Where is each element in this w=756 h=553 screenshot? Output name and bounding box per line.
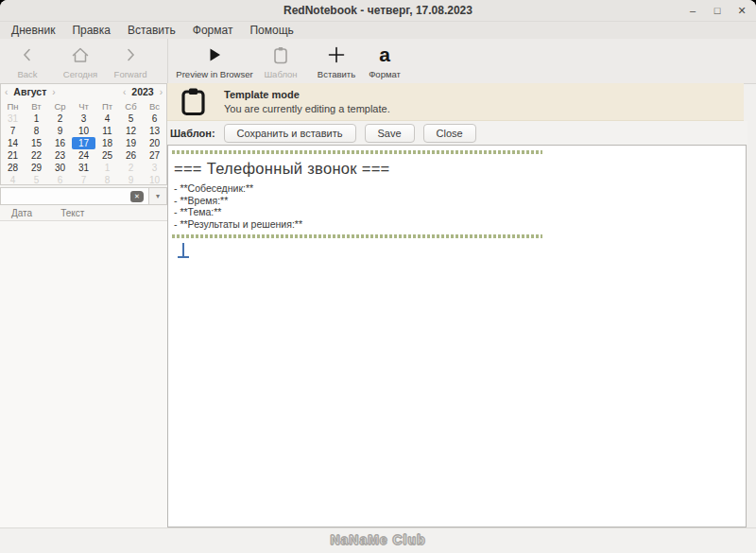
calendar-day[interactable]: 5 [25, 174, 48, 186]
calendar-day[interactable]: 9 [119, 174, 143, 186]
calendar-day[interactable]: 31 [72, 162, 95, 174]
play-icon [163, 43, 266, 66]
calendar-day[interactable]: 9 [48, 125, 72, 137]
template-line: - **Время:** [174, 195, 746, 207]
calendar-day[interactable]: 11 [95, 125, 119, 137]
template-heading: === Телефонный звонок === [174, 160, 746, 178]
calendar-day[interactable]: 2 [48, 112, 72, 125]
calendar-day[interactable]: 29 [25, 162, 48, 174]
calendar-day[interactable]: 8 [95, 174, 119, 186]
column-header-date[interactable]: Дата [11, 208, 32, 218]
calendar-day[interactable]: 21 [1, 149, 25, 162]
preview-label: Preview in Browser [163, 69, 266, 79]
forward-label: Forward [104, 69, 157, 79]
next-month-icon[interactable]: › [48, 87, 59, 97]
search-input[interactable] [1, 191, 130, 202]
calendar-day[interactable]: 14 [1, 137, 25, 149]
window-title: RedNotebook - четверг, 17.08.2023 [0, 0, 756, 21]
calendar-day[interactable]: 15 [25, 137, 48, 149]
calendar-day[interactable]: 20 [143, 137, 166, 149]
template-line: - **Собеседник:** [174, 182, 746, 195]
next-year-icon[interactable]: › [156, 87, 166, 97]
template-editor[interactable]: === Телефонный звонок === - **Собеседник… [167, 145, 747, 527]
clipboard-icon [180, 87, 206, 116]
day-name: Сб [119, 101, 143, 112]
template-line: - **Тема:** [174, 206, 746, 218]
template-line: - **Результаты и решения:** [174, 218, 746, 231]
letter-a-icon: a [356, 43, 413, 66]
menu-edit[interactable]: Правка [63, 22, 119, 39]
clear-search-icon[interactable]: ✕ [130, 191, 144, 202]
calendar-day[interactable]: 16 [48, 137, 72, 149]
calendar-day[interactable]: 2 [119, 162, 143, 174]
calendar-day[interactable]: 8 [25, 125, 48, 137]
template-toolbar: Шаблон: Сохранить и вставить Save Close [167, 121, 747, 145]
prev-year-icon[interactable]: ‹ [119, 87, 129, 97]
search-dropdown-button[interactable]: ▾ [148, 188, 166, 204]
calendar-day[interactable]: 22 [25, 149, 48, 162]
format-button[interactable]: a Формат [356, 43, 413, 79]
preview-in-browser-button[interactable]: Preview in Browser [163, 43, 266, 79]
calendar-day[interactable]: 3 [143, 162, 166, 174]
day-name: Пт [95, 101, 119, 112]
menu-format[interactable]: Формат [184, 22, 242, 39]
calendar-day[interactable]: 28 [1, 162, 25, 174]
forward-button[interactable]: Forward [104, 43, 157, 79]
close-button[interactable]: Close [423, 124, 476, 143]
calendar-day[interactable]: 10 [143, 174, 166, 186]
calendar-day[interactable]: 6 [143, 112, 166, 125]
calendar-day[interactable]: 24 [72, 149, 95, 162]
calendar-day[interactable]: 18 [95, 137, 119, 149]
calendar-day[interactable]: 12 [119, 125, 143, 137]
calendar-day[interactable]: 25 [95, 149, 119, 162]
calendar-day[interactable]: 5 [119, 112, 143, 125]
calendar-day[interactable]: 7 [72, 174, 95, 186]
separator-line [172, 234, 542, 238]
menu-help[interactable]: Помощь [241, 22, 301, 39]
menu-journal[interactable]: Дневник [3, 22, 63, 39]
banner-title: Template mode [224, 89, 390, 100]
calendar-year-label: 2023 [131, 86, 153, 97]
close-icon[interactable]: ✕ [730, 5, 754, 17]
calendar-day[interactable]: 31 [1, 112, 25, 125]
bottom-bar: NaNaMe Club [0, 527, 756, 553]
banner-subtitle: You are currently editing a template. [224, 103, 390, 114]
calendar-day[interactable]: 6 [48, 174, 72, 186]
calendar-day[interactable]: 10 [72, 125, 95, 137]
template-button[interactable]: Шаблон [252, 43, 309, 79]
left-panel: ‹ Август › ‹ 2023 › Пн Вт Ср Чт Пт Сб Вс… [0, 83, 167, 527]
calendar-day[interactable]: 19 [119, 137, 143, 149]
day-name: Ср [48, 101, 72, 112]
calendar-day[interactable]: 1 [25, 112, 48, 125]
minimize-icon[interactable]: – [680, 5, 705, 16]
day-name: Вс [143, 101, 166, 112]
calendar-day-selected[interactable]: 17 [72, 137, 95, 149]
template-toolbar-label: Шаблон: [170, 128, 215, 139]
menu-insert[interactable]: Вставить [119, 22, 184, 39]
menubar: Дневник Правка Вставить Формат Помощь [0, 22, 756, 39]
column-header-text[interactable]: Текст [60, 208, 84, 218]
window-controls: – □ ✕ [680, 0, 754, 21]
prev-month-icon[interactable]: ‹ [1, 87, 11, 97]
template-mode-banner: Template mode You are currently editing … [167, 83, 744, 121]
calendar-day[interactable]: 7 [1, 125, 25, 137]
day-name: Пн [1, 101, 25, 112]
separator-line [172, 150, 542, 154]
save-and-insert-button[interactable]: Сохранить и вставить [224, 124, 356, 143]
calendar-month-label: Август [13, 86, 46, 97]
results-list-body[interactable] [0, 221, 167, 527]
search-bar: ✕ ▾ [0, 187, 167, 205]
calendar: ‹ Август › ‹ 2023 › Пн Вт Ср Чт Пт Сб Вс… [0, 83, 167, 185]
calendar-day[interactable]: 4 [95, 112, 119, 125]
calendar-day[interactable]: 4 [1, 174, 25, 186]
calendar-day[interactable]: 13 [143, 125, 166, 137]
save-button[interactable]: Save [365, 124, 415, 143]
calendar-day[interactable]: 3 [72, 112, 95, 125]
maximize-icon[interactable]: □ [705, 5, 730, 16]
calendar-day[interactable]: 30 [48, 162, 72, 174]
calendar-day[interactable]: 26 [119, 149, 143, 162]
calendar-day[interactable]: 1 [95, 162, 119, 174]
format-label: Формат [356, 69, 413, 79]
calendar-day[interactable]: 27 [143, 149, 166, 162]
calendar-day[interactable]: 23 [48, 149, 72, 162]
